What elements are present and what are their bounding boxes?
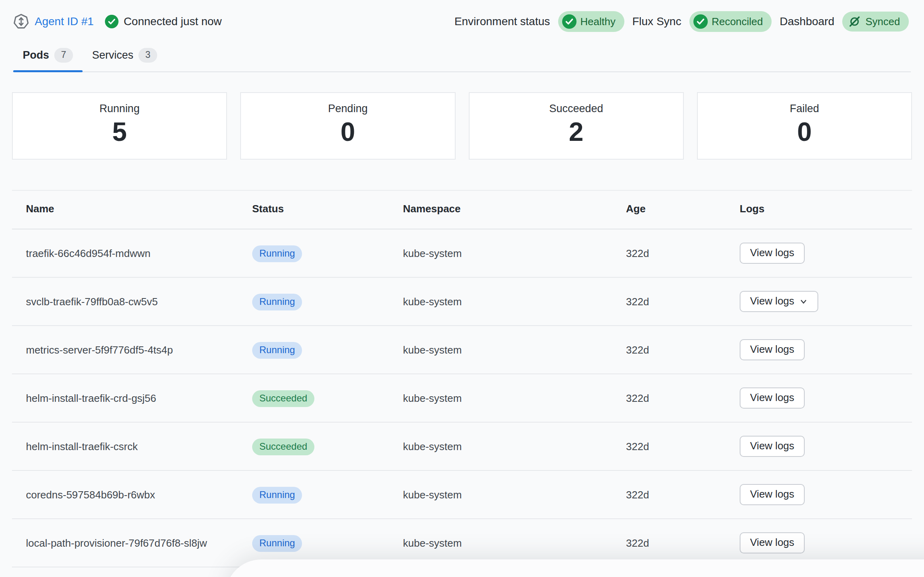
agent-shield-icon <box>13 14 29 30</box>
pod-status-cell: Running <box>252 341 403 359</box>
view-logs-label: View logs <box>750 247 794 259</box>
status-badge: Running <box>252 294 302 310</box>
pod-status-cell: Succeeded <box>252 438 403 455</box>
pod-age: 322d <box>626 245 740 262</box>
column-header-logs: Logs <box>740 203 912 215</box>
flux-sync-label: Flux Sync <box>632 15 681 28</box>
view-logs-label: View logs <box>750 295 794 307</box>
stat-label: Running <box>17 103 222 115</box>
flux-sync-badge: Reconciled <box>689 11 772 32</box>
view-logs-button[interactable]: View logs <box>740 387 805 409</box>
table-body: traefik-66c46d954f-mdwwn Running kube-sy… <box>12 229 912 567</box>
services-count-badge: 3 <box>138 48 157 63</box>
view-logs-label: View logs <box>750 391 794 404</box>
check-circle-icon <box>693 14 708 29</box>
pod-namespace: kube-system <box>403 245 626 262</box>
pod-namespace: kube-system <box>403 293 626 310</box>
pod-logs-cell: View logs <box>740 436 912 457</box>
chevron-down-icon <box>799 297 808 306</box>
table-row: svclb-traefik-79ffb0a8-cw5v5 Running kub… <box>12 278 912 326</box>
environment-status-badge: Healthy <box>558 11 624 32</box>
flux-sync-badge-text: Reconciled <box>712 16 763 28</box>
bottom-sheet-edge <box>225 559 924 577</box>
pod-logs-cell: View logs <box>740 484 912 505</box>
pod-age: 322d <box>626 390 740 407</box>
pod-age: 322d <box>626 293 740 310</box>
status-badge: Running <box>252 535 302 552</box>
column-header-namespace: Namespace <box>403 203 626 215</box>
connected-check-icon <box>105 15 118 28</box>
tab-services[interactable]: Services 3 <box>83 42 167 71</box>
pod-age: 322d <box>626 486 740 503</box>
stat-label: Succeeded <box>474 103 679 115</box>
tab-services-label: Services <box>92 49 134 61</box>
pod-name: local-path-provisioner-79f67d76f8-sl8jw <box>12 535 252 551</box>
tab-bar: Pods 7 Services 3 <box>13 42 911 72</box>
tab-pods[interactable]: Pods 7 <box>13 42 83 71</box>
view-logs-button[interactable]: View logs <box>740 436 805 457</box>
pod-name: helm-install-traefik-crd-gsj56 <box>12 390 252 407</box>
stat-card-failed: Failed 0 <box>697 92 912 160</box>
table-row: helm-install-traefik-csrck Succeeded kub… <box>12 423 912 471</box>
table-header-row: Name Status Namespace Age Logs <box>12 191 912 229</box>
view-logs-label: View logs <box>750 536 794 549</box>
status-badge: Running <box>252 342 302 359</box>
stat-value: 0 <box>702 117 907 147</box>
pod-status-cell: Succeeded <box>252 389 403 407</box>
pod-status-cell: Running <box>252 534 403 552</box>
environment-status-badge-text: Healthy <box>580 16 616 28</box>
pod-logs-cell: View logs <box>740 339 912 360</box>
stat-label: Failed <box>702 103 907 115</box>
view-logs-button[interactable]: View logs <box>740 291 818 312</box>
agent-id-link[interactable]: Agent ID #1 <box>35 15 94 28</box>
environment-badges-group: Environment status Healthy Flux Sync <box>454 11 909 32</box>
status-badge: Running <box>252 487 302 504</box>
stat-card-running: Running 5 <box>12 92 227 160</box>
top-bar: Agent ID #1 Connected just now Environme… <box>0 0 924 32</box>
dashboard-sync-badge: Synced <box>842 12 909 32</box>
view-logs-button[interactable]: View logs <box>740 484 805 505</box>
pod-logs-cell: View logs <box>740 387 912 409</box>
pod-name: svclb-traefik-79ffb0a8-cw5v5 <box>12 293 252 310</box>
column-header-name: Name <box>12 203 252 215</box>
pod-logs-cell: View logs <box>740 532 912 553</box>
connection-status-text: Connected just now <box>124 15 222 28</box>
pod-namespace: kube-system <box>403 390 626 407</box>
pods-table: Name Status Namespace Age Logs traefik-6… <box>12 190 912 567</box>
pod-age: 322d <box>626 438 740 455</box>
pod-logs-cell: View logs <box>740 243 912 264</box>
stat-value: 2 <box>474 117 679 147</box>
view-logs-button[interactable]: View logs <box>740 532 805 553</box>
pod-namespace: kube-system <box>403 486 626 503</box>
pod-name: helm-install-traefik-csrck <box>12 438 252 455</box>
pods-dashboard: Agent ID #1 Connected just now Environme… <box>0 0 924 577</box>
stat-value: 0 <box>245 117 450 147</box>
connection-status: Connected just now <box>105 15 222 28</box>
view-logs-label: View logs <box>750 343 794 356</box>
view-logs-label: View logs <box>750 488 794 500</box>
pod-status-cell: Running <box>252 293 403 310</box>
status-badge: Running <box>252 245 302 262</box>
stat-card-succeeded: Succeeded 2 <box>469 92 684 160</box>
table-row: coredns-597584b69b-r6wbx Running kube-sy… <box>12 471 912 519</box>
pod-name: metrics-server-5f9f776df5-4ts4p <box>12 342 252 358</box>
agent-status-group: Agent ID #1 Connected just now <box>13 14 222 30</box>
view-logs-label: View logs <box>750 440 794 452</box>
status-badge: Succeeded <box>252 390 314 407</box>
status-badge: Succeeded <box>252 439 314 455</box>
pod-name: traefik-66c46d954f-mdwwn <box>12 245 252 262</box>
view-logs-button[interactable]: View logs <box>740 243 805 264</box>
pod-age: 322d <box>626 535 740 551</box>
pod-namespace: kube-system <box>403 535 626 551</box>
pod-namespace: kube-system <box>403 342 626 358</box>
pod-status-cell: Running <box>252 486 403 504</box>
pod-name: coredns-597584b69b-r6wbx <box>12 486 252 503</box>
pod-age: 322d <box>626 342 740 358</box>
table-row: traefik-66c46d954f-mdwwn Running kube-sy… <box>12 229 912 278</box>
dashboard-sync-badge-text: Synced <box>865 16 900 28</box>
column-header-status: Status <box>252 203 403 215</box>
pod-logs-cell: View logs <box>740 291 912 312</box>
pod-namespace: kube-system <box>403 438 626 455</box>
view-logs-button[interactable]: View logs <box>740 339 805 360</box>
column-header-age: Age <box>626 203 740 215</box>
